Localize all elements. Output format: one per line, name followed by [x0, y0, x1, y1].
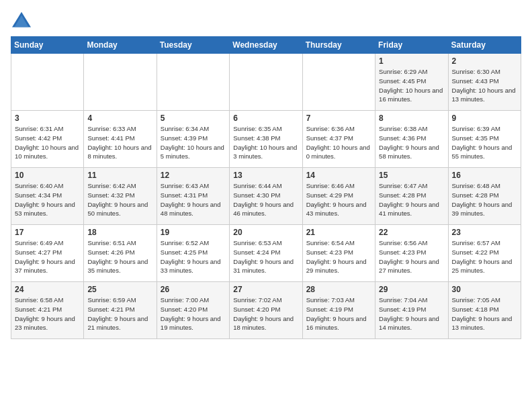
day-number: 10 [15, 171, 80, 180]
logo-icon [11, 11, 32, 30]
calendar-cell: 10Sunrise: 6:40 AM Sunset: 4:34 PM Dayli… [11, 168, 84, 225]
calendar-week-2: 3Sunrise: 6:31 AM Sunset: 4:42 PM Daylig… [11, 111, 521, 168]
calendar-cell: 16Sunrise: 6:48 AM Sunset: 4:28 PM Dayli… [448, 168, 521, 225]
calendar-cell [11, 54, 84, 111]
day-info: Sunrise: 6:42 AM Sunset: 4:32 PM Dayligh… [87, 181, 152, 218]
day-number: 12 [161, 171, 226, 180]
calendar-cell: 19Sunrise: 6:52 AM Sunset: 4:25 PM Dayli… [157, 225, 229, 282]
day-number: 3 [15, 113, 80, 123]
calendar-cell: 4Sunrise: 6:33 AM Sunset: 4:41 PM Daylig… [84, 111, 157, 168]
day-info: Sunrise: 7:00 AM Sunset: 4:20 PM Dayligh… [161, 295, 226, 332]
day-info: Sunrise: 6:34 AM Sunset: 4:39 PM Dayligh… [161, 124, 226, 161]
calendar-cell: 5Sunrise: 6:34 AM Sunset: 4:39 PM Daylig… [157, 111, 229, 168]
day-number: 7 [306, 113, 371, 123]
day-number: 8 [379, 113, 444, 123]
day-info: Sunrise: 6:29 AM Sunset: 4:45 PM Dayligh… [379, 67, 444, 104]
calendar-cell: 9Sunrise: 6:39 AM Sunset: 4:35 PM Daylig… [448, 111, 521, 168]
day-number: 29 [379, 285, 444, 294]
day-number: 6 [233, 113, 298, 123]
calendar-cell: 28Sunrise: 7:03 AM Sunset: 4:19 PM Dayli… [302, 282, 375, 339]
day-number: 15 [379, 171, 444, 180]
calendar-week-1: 1Sunrise: 6:29 AM Sunset: 4:45 PM Daylig… [11, 54, 521, 111]
day-number: 22 [379, 228, 444, 237]
day-number: 20 [233, 228, 298, 237]
day-number: 18 [87, 228, 152, 237]
day-header-wednesday: Wednesday [230, 37, 302, 54]
day-number: 17 [15, 228, 80, 237]
day-info: Sunrise: 6:57 AM Sunset: 4:22 PM Dayligh… [452, 238, 517, 275]
calendar-cell: 20Sunrise: 6:53 AM Sunset: 4:24 PM Dayli… [230, 225, 302, 282]
day-number: 28 [306, 285, 371, 294]
day-info: Sunrise: 6:46 AM Sunset: 4:29 PM Dayligh… [306, 181, 371, 218]
day-number: 13 [233, 171, 298, 180]
day-info: Sunrise: 7:02 AM Sunset: 4:20 PM Dayligh… [233, 295, 298, 332]
day-info: Sunrise: 6:56 AM Sunset: 4:23 PM Dayligh… [379, 238, 444, 275]
day-info: Sunrise: 6:40 AM Sunset: 4:34 PM Dayligh… [15, 181, 80, 218]
day-number: 2 [452, 56, 517, 66]
calendar-cell: 22Sunrise: 6:56 AM Sunset: 4:23 PM Dayli… [375, 225, 448, 282]
day-info: Sunrise: 6:43 AM Sunset: 4:31 PM Dayligh… [161, 181, 226, 218]
day-number: 27 [233, 285, 298, 294]
calendar-cell: 2Sunrise: 6:30 AM Sunset: 4:43 PM Daylig… [448, 54, 521, 111]
day-info: Sunrise: 7:04 AM Sunset: 4:19 PM Dayligh… [379, 295, 444, 332]
calendar-cell: 26Sunrise: 7:00 AM Sunset: 4:20 PM Dayli… [157, 282, 229, 339]
day-info: Sunrise: 6:35 AM Sunset: 4:38 PM Dayligh… [233, 124, 298, 161]
calendar-cell: 11Sunrise: 6:42 AM Sunset: 4:32 PM Dayli… [84, 168, 157, 225]
calendar-table: SundayMondayTuesdayWednesdayThursdayFrid… [11, 36, 521, 339]
day-number: 1 [379, 56, 444, 66]
day-number: 4 [87, 113, 152, 123]
day-info: Sunrise: 6:53 AM Sunset: 4:24 PM Dayligh… [233, 238, 298, 275]
calendar-cell: 29Sunrise: 7:04 AM Sunset: 4:19 PM Dayli… [375, 282, 448, 339]
day-number: 21 [306, 228, 371, 237]
calendar-week-4: 17Sunrise: 6:49 AM Sunset: 4:27 PM Dayli… [11, 225, 521, 282]
calendar-cell: 7Sunrise: 6:36 AM Sunset: 4:37 PM Daylig… [302, 111, 375, 168]
calendar-cell: 18Sunrise: 6:51 AM Sunset: 4:26 PM Dayli… [84, 225, 157, 282]
day-number: 23 [452, 228, 517, 237]
calendar-cell: 24Sunrise: 6:58 AM Sunset: 4:21 PM Dayli… [11, 282, 84, 339]
day-number: 25 [87, 285, 152, 294]
day-number: 24 [15, 285, 80, 294]
day-info: Sunrise: 7:05 AM Sunset: 4:18 PM Dayligh… [452, 295, 517, 332]
calendar-cell: 21Sunrise: 6:54 AM Sunset: 4:23 PM Dayli… [302, 225, 375, 282]
calendar-cell: 30Sunrise: 7:05 AM Sunset: 4:18 PM Dayli… [448, 282, 521, 339]
calendar-week-5: 24Sunrise: 6:58 AM Sunset: 4:21 PM Dayli… [11, 282, 521, 339]
day-info: Sunrise: 6:48 AM Sunset: 4:28 PM Dayligh… [452, 181, 517, 218]
logo [11, 11, 35, 30]
day-info: Sunrise: 6:59 AM Sunset: 4:21 PM Dayligh… [87, 295, 152, 332]
day-number: 11 [87, 171, 152, 180]
day-info: Sunrise: 6:38 AM Sunset: 4:36 PM Dayligh… [379, 124, 444, 161]
day-header-friday: Friday [375, 37, 448, 54]
calendar-cell [84, 54, 157, 111]
calendar-cell: 23Sunrise: 6:57 AM Sunset: 4:22 PM Dayli… [448, 225, 521, 282]
calendar-cell: 6Sunrise: 6:35 AM Sunset: 4:38 PM Daylig… [230, 111, 302, 168]
calendar-cell: 15Sunrise: 6:47 AM Sunset: 4:28 PM Dayli… [375, 168, 448, 225]
day-info: Sunrise: 6:51 AM Sunset: 4:26 PM Dayligh… [87, 238, 152, 275]
calendar-cell: 17Sunrise: 6:49 AM Sunset: 4:27 PM Dayli… [11, 225, 84, 282]
calendar-cell [157, 54, 229, 111]
day-number: 14 [306, 171, 371, 180]
day-number: 5 [161, 113, 226, 123]
day-info: Sunrise: 6:36 AM Sunset: 4:37 PM Dayligh… [306, 124, 371, 161]
calendar-cell: 12Sunrise: 6:43 AM Sunset: 4:31 PM Dayli… [157, 168, 229, 225]
day-info: Sunrise: 6:44 AM Sunset: 4:30 PM Dayligh… [233, 181, 298, 218]
day-header-saturday: Saturday [448, 37, 521, 54]
calendar-cell: 13Sunrise: 6:44 AM Sunset: 4:30 PM Dayli… [230, 168, 302, 225]
calendar-header-row: SundayMondayTuesdayWednesdayThursdayFrid… [11, 37, 521, 54]
calendar-cell: 8Sunrise: 6:38 AM Sunset: 4:36 PM Daylig… [375, 111, 448, 168]
calendar-week-3: 10Sunrise: 6:40 AM Sunset: 4:34 PM Dayli… [11, 168, 521, 225]
day-info: Sunrise: 6:54 AM Sunset: 4:23 PM Dayligh… [306, 238, 371, 275]
day-header-sunday: Sunday [11, 37, 84, 54]
calendar-cell: 25Sunrise: 6:59 AM Sunset: 4:21 PM Dayli… [84, 282, 157, 339]
calendar-cell: 27Sunrise: 7:02 AM Sunset: 4:20 PM Dayli… [230, 282, 302, 339]
day-number: 9 [452, 113, 517, 123]
calendar-cell [302, 54, 375, 111]
day-info: Sunrise: 6:39 AM Sunset: 4:35 PM Dayligh… [452, 124, 517, 161]
day-info: Sunrise: 6:47 AM Sunset: 4:28 PM Dayligh… [379, 181, 444, 218]
day-info: Sunrise: 6:58 AM Sunset: 4:21 PM Dayligh… [15, 295, 80, 332]
page-header [11, 11, 521, 30]
day-info: Sunrise: 6:31 AM Sunset: 4:42 PM Dayligh… [15, 124, 80, 161]
calendar-cell [230, 54, 302, 111]
day-number: 16 [452, 171, 517, 180]
day-info: Sunrise: 7:03 AM Sunset: 4:19 PM Dayligh… [306, 295, 371, 332]
day-header-tuesday: Tuesday [157, 37, 229, 54]
